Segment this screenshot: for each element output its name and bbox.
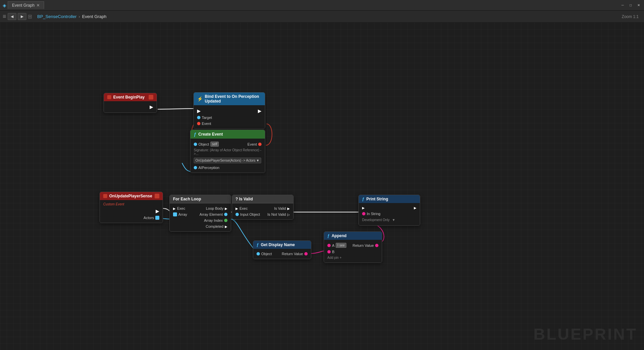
print-exec-out-pin: ▶ xyxy=(414,206,417,210)
isvalid-input-row: Input Object Is Not Valid ▷ xyxy=(232,211,293,217)
create-object-label: Object xyxy=(198,142,209,146)
bind-event-row: Event xyxy=(194,121,265,127)
node-get-display-body: Object Return Value xyxy=(253,249,311,259)
node-get-display-title: Get Display Name xyxy=(261,242,295,247)
breadcrumb: BP_SenseController › Event Graph xyxy=(37,14,107,19)
breadcrumb-separator: › xyxy=(78,14,80,19)
create-ai-row: AIPerception xyxy=(190,165,265,171)
on-update-subtitle: Custom Event xyxy=(100,202,163,207)
foreach-arrayindex-pin xyxy=(224,219,227,222)
bind-target-label: Target xyxy=(202,116,212,120)
breadcrumb-graph: Event Graph xyxy=(82,14,107,19)
node-create-event[interactable]: ƒ Create Event Object self Event Signatu… xyxy=(190,130,265,173)
isvalid-isvalid-label: Is Valid xyxy=(274,206,286,210)
bind-exec-in-pin: ▶ xyxy=(197,108,201,114)
foreach-loopbody-pin: ▶ xyxy=(225,207,227,210)
node-print-string[interactable]: ƒ Print String ▶ ▶ In String Development… xyxy=(358,195,420,226)
foreach-arrayelement-label: Array Element xyxy=(199,212,223,216)
node-event-beginplay[interactable]: Event BeginPlay ▶ xyxy=(104,93,157,113)
node-bind-event[interactable]: ⚡ Bind Event to On Perception Updated ▶ … xyxy=(193,92,265,129)
append-b-pin xyxy=(327,250,331,253)
foreach-loopbody-label: Loop Body xyxy=(206,206,223,210)
create-dropdown-row: OnUpdatePlayerSense(Actors) -> Actors ▼ xyxy=(190,156,265,165)
getdisplay-pins-row: Object Return Value xyxy=(253,251,311,257)
ai-perception-pin xyxy=(194,166,197,169)
node-get-display-header: ƒ Get Display Name xyxy=(253,241,311,249)
print-expand-icon[interactable]: ▼ xyxy=(392,218,395,222)
append-return-pin xyxy=(375,244,378,247)
node-is-valid-header: ? Is Valid xyxy=(232,195,293,203)
foreach-exec-row: ▶ Exec Loop Body ▶ xyxy=(170,205,231,211)
node-for-each-title: For Each Loop xyxy=(173,197,201,201)
append-a-value: I see xyxy=(336,243,346,248)
create-dropdown[interactable]: OnUpdatePlayerSense(Actors) -> Actors ▼ xyxy=(194,158,261,163)
node-on-update-title: OnUpdatePlayerSense xyxy=(109,194,152,198)
graph-canvas[interactable]: Event BeginPlay ▶ ⚡ Bind Event to On Per… xyxy=(0,23,644,350)
append-b-label: B xyxy=(332,250,334,254)
getdisplay-return-label: Return Value xyxy=(282,252,303,256)
create-signature: Signature: (Array of Actor Object Refere… xyxy=(190,148,265,156)
print-exec-row: ▶ ▶ xyxy=(359,205,420,211)
node-create-event-title: Create Event xyxy=(198,132,223,137)
getdisplay-object-label: Object xyxy=(261,252,272,256)
node-get-display-name[interactable]: ƒ Get Display Name Object Return Value xyxy=(253,240,311,259)
blueprint-watermark: BLUEPRINT xyxy=(533,325,637,343)
on-update-actors-row: Actors xyxy=(100,215,163,221)
exec-out-row: ▶ xyxy=(104,103,157,111)
append-a-pin xyxy=(327,244,331,247)
node-is-valid-body: ▶ Exec Is Valid ▶ Input Object Is Not Va… xyxy=(232,203,293,219)
node-for-each-body: ▶ Exec Loop Body ▶ Array Array Element xyxy=(170,203,231,231)
isvalid-isvalid-pin: ▶ xyxy=(287,207,290,210)
foreach-array-label: Array xyxy=(178,212,187,216)
tab-close-button[interactable]: ✕ xyxy=(36,3,40,8)
node-on-update-header: OnUpdatePlayerSense xyxy=(100,192,163,200)
node-bind-event-header: ⚡ Bind Event to On Perception Updated xyxy=(194,93,265,105)
maximize-button[interactable]: □ xyxy=(628,3,633,8)
print-instring-label: In String xyxy=(367,212,380,216)
foreach-arrayindex-row: Array Index xyxy=(170,217,231,223)
breadcrumb-blueprint[interactable]: BP_SenseController xyxy=(37,14,77,19)
append-return-label: Return Value xyxy=(353,243,374,247)
bind-target-pin xyxy=(197,116,200,119)
bind-exec-out-pin: ▶ xyxy=(258,108,262,114)
close-button[interactable]: ✕ xyxy=(636,3,641,8)
node-append-header: ƒ Append xyxy=(324,232,382,240)
app-icon: ◈ xyxy=(3,3,6,8)
append-addpin-row[interactable]: Add pin + xyxy=(324,255,382,260)
self-badge: self xyxy=(210,142,219,147)
bind-event-label: Event xyxy=(202,122,211,126)
node-is-valid-title: ? Is Valid xyxy=(235,197,253,201)
bind-target-row: Target xyxy=(194,115,265,121)
foreach-exec-in-pin: ▶ xyxy=(173,207,176,210)
node-create-event-header: ƒ Create Event xyxy=(190,130,265,139)
node-event-beginplay-body: ▶ xyxy=(104,101,157,113)
node-on-update-body: Custom Event ▶ Actors xyxy=(100,200,163,223)
node-append[interactable]: ƒ Append A I see Return Value B Add xyxy=(324,231,382,263)
node-bind-event-body: ▶ ▶ Target Event xyxy=(194,105,265,129)
append-a-row: A I see Return Value xyxy=(324,242,382,249)
append-b-row: B xyxy=(324,249,382,255)
node-append-title: Append xyxy=(332,233,347,238)
node-for-each-loop[interactable]: For Each Loop ▶ Exec Loop Body ▶ Array xyxy=(169,195,231,232)
back-button[interactable]: ◀ xyxy=(8,13,16,20)
minimize-button[interactable]: ─ xyxy=(620,3,625,8)
node-on-update-player-sense[interactable]: OnUpdatePlayerSense Custom Event ▶ Actor… xyxy=(100,192,163,223)
isvalid-exec-in-pin: ▶ xyxy=(235,207,238,210)
forward-button[interactable]: ▶ xyxy=(18,13,26,20)
isvalid-isnotvalid-label: Is Not Valid xyxy=(268,212,286,216)
title-bar: ◈ Event Graph ✕ ─ □ ✕ xyxy=(0,0,644,11)
create-object-row: Object self Event xyxy=(190,141,265,148)
isvalid-exec-label: Exec xyxy=(239,206,248,210)
getdisplay-return-pin xyxy=(304,252,308,255)
create-event-out-pin xyxy=(258,143,262,146)
bind-exec-row: ▶ ▶ xyxy=(194,107,265,115)
foreach-arrayelement-pin xyxy=(224,213,227,216)
foreach-array-in-pin xyxy=(173,212,177,216)
foreach-arrayindex-label: Array Index xyxy=(204,218,223,222)
create-event-out-label: Event xyxy=(248,142,257,146)
print-instring-row: In String xyxy=(359,211,420,217)
event-graph-tab[interactable]: Event Graph ✕ xyxy=(8,1,44,9)
getdisplay-object-pin xyxy=(257,252,260,255)
node-is-valid[interactable]: ? Is Valid ▶ Exec Is Valid ▶ Input Objec… xyxy=(232,195,294,220)
tab-label: Event Graph xyxy=(12,3,34,8)
